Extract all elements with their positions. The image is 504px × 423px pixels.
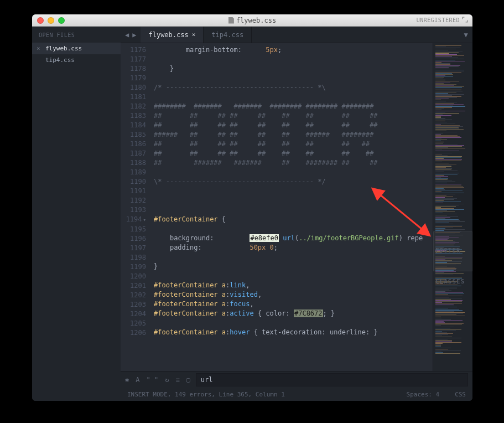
status-spaces[interactable]: Spaces: 4 [407, 391, 440, 398]
status-bar: INSERT MODE, 149 errors, Line 365, Colum… [121, 388, 472, 401]
sidebar-header: OPEN FILES [32, 27, 121, 43]
editor-window: flyweb.css UNREGISTERED OPEN FILES × fly… [32, 14, 472, 401]
tab-tip4[interactable]: tip4.css [204, 27, 252, 43]
sidebar-item-tip4[interactable]: tip4.css [32, 54, 121, 66]
wrap-icon[interactable]: ↻ [165, 376, 169, 384]
tab-history-nav: ◀ ▶ [121, 27, 141, 43]
unregistered-label: UNREGISTERED [417, 17, 460, 23]
line-gutter: 1176117711781179118011811182118311841185… [121, 43, 152, 371]
traffic-lights [37, 17, 65, 24]
titlebar-right: UNREGISTERED [417, 17, 468, 24]
window-title-text: flyweb.css [236, 17, 276, 24]
in-selection-icon[interactable]: ≡ [175, 376, 179, 384]
tab-bar: ◀ ▶ flyweb.css × tip4.css ▼ [121, 27, 472, 43]
highlight-icon[interactable]: ▢ [186, 376, 190, 384]
tab-close-icon[interactable]: × [192, 31, 196, 38]
minimize-window-button[interactable] [48, 17, 54, 24]
sidebar-item-label: tip4.css [45, 56, 75, 64]
sidebar-item-flyweb[interactable]: × flyweb.css [32, 43, 121, 54]
nav-forward-icon[interactable]: ▶ [131, 30, 137, 40]
find-options: ✱ A " " ↻ ≡ ▢ [125, 376, 190, 384]
editor-main: ◀ ▶ flyweb.css × tip4.css ▼ 117611771178… [121, 27, 472, 401]
window-body: OPEN FILES × flyweb.css tip4.css ◀ ▶ fly… [32, 27, 472, 401]
minimap[interactable]: FOOTERCLASSES [433, 43, 472, 371]
sidebar-item-label: flyweb.css [45, 45, 82, 52]
close-icon[interactable]: × [37, 45, 40, 52]
fullscreen-icon[interactable] [462, 17, 468, 24]
tab-overflow-menu[interactable]: ▼ [459, 27, 472, 43]
window-title: flyweb.css [32, 17, 472, 24]
regex-icon[interactable]: ✱ [125, 376, 129, 384]
zoom-window-button[interactable] [58, 17, 65, 24]
close-window-button[interactable] [37, 17, 44, 24]
tab-fill [252, 27, 459, 43]
nav-back-icon[interactable]: ◀ [124, 30, 130, 40]
case-sensitive-icon[interactable]: A [136, 376, 139, 384]
whole-word-icon[interactable]: " " [146, 376, 158, 384]
tab-flyweb[interactable]: flyweb.css × [141, 27, 204, 43]
status-left: INSERT MODE, 149 errors, Line 365, Colum… [127, 391, 285, 398]
sidebar: OPEN FILES × flyweb.css tip4.css [32, 27, 121, 401]
find-input[interactable] [196, 373, 468, 386]
minimap-section-label: CLASSES [435, 278, 465, 285]
code-area[interactable]: margin-bottom: 5px; } /* ---------------… [152, 43, 433, 371]
tab-label: tip4.css [211, 31, 243, 39]
editor[interactable]: 1176117711781179118011811182118311841185… [121, 43, 472, 371]
document-icon [228, 17, 234, 24]
tab-label: flyweb.css [148, 31, 188, 39]
minimap-section-label: FOOTER [435, 247, 461, 254]
titlebar: flyweb.css UNREGISTERED [32, 14, 472, 27]
status-lang[interactable]: CSS [455, 391, 466, 398]
find-bar: ✱ A " " ↻ ≡ ▢ [121, 371, 472, 388]
status-right: Spaces: 4 CSS [407, 391, 466, 398]
